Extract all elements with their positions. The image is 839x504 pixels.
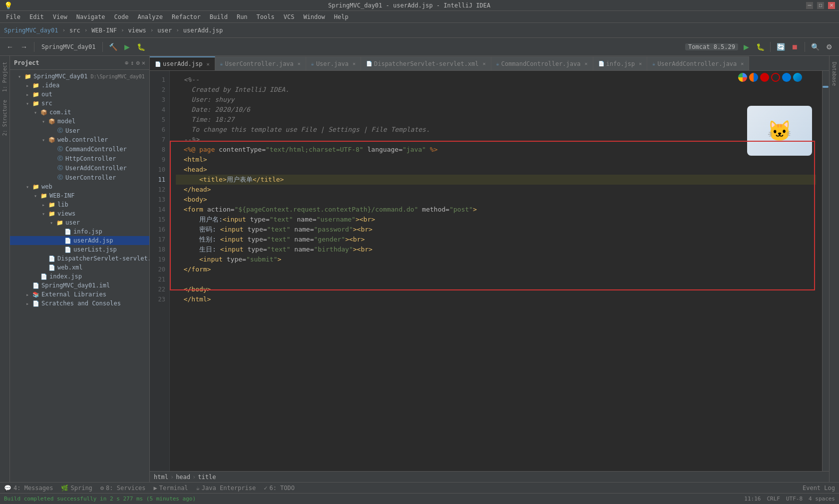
- tree-item-dispatcherxml[interactable]: 📄 DispatcherServlet-servlet.xml: [10, 254, 149, 263]
- tomcat-selector[interactable]: Tomcat 8.5.29: [685, 43, 738, 50]
- tab-useraddjsp[interactable]: 📄 userAdd.jsp ✕: [150, 56, 215, 70]
- menu-vcs[interactable]: VCS: [280, 12, 299, 21]
- project-settings-icon[interactable]: ⚙: [136, 59, 140, 66]
- maximize-button[interactable]: □: [817, 2, 824, 9]
- tab-close-commandcontroller[interactable]: ✕: [584, 61, 587, 66]
- indent[interactable]: 4 spaces: [809, 496, 835, 502]
- log-tab-todo[interactable]: ✓ 6: TODO: [264, 485, 295, 492]
- nav-project[interactable]: SpringMVC_day01: [4, 27, 58, 34]
- toolbar-debug-config-button[interactable]: 🐛: [754, 41, 766, 53]
- close-button[interactable]: ✕: [828, 2, 835, 9]
- nav-file[interactable]: userAdd.jsp: [183, 27, 223, 34]
- breadcrumb-head[interactable]: head: [176, 474, 190, 481]
- tab-close-user[interactable]: ✕: [353, 61, 356, 66]
- tree-item-lib[interactable]: ▸ 📁 lib: [10, 200, 149, 209]
- nav-web[interactable]: WEB-INF: [91, 27, 117, 34]
- nav-user[interactable]: user: [157, 27, 172, 34]
- menu-code[interactable]: Code: [110, 12, 133, 21]
- project-close-icon[interactable]: ✕: [142, 59, 145, 66]
- project-sort-icon[interactable]: ↕: [130, 59, 134, 66]
- toolbar-build-button[interactable]: 🔨: [107, 41, 119, 53]
- tab-user[interactable]: ☕ User.java ✕: [306, 56, 361, 70]
- menu-tools[interactable]: Tools: [253, 12, 279, 21]
- toolbar-stop-button[interactable]: ⏹: [789, 41, 801, 53]
- sidebar-tab-structure[interactable]: 2: Structure: [1, 98, 8, 138]
- toolbar-update-button[interactable]: 🔄: [775, 41, 787, 53]
- menu-analyze[interactable]: Analyze: [133, 12, 167, 21]
- menu-file[interactable]: File: [2, 12, 24, 21]
- log-tab-services[interactable]: ⚙ 8: Services: [100, 485, 146, 492]
- tab-close-usercontroller[interactable]: ✕: [298, 61, 301, 66]
- tree-item-useraddcontroller[interactable]: ⓒ UserAddController: [10, 163, 149, 173]
- toolbar-debug-button[interactable]: 🐛: [135, 41, 147, 53]
- toolbar-settings-button[interactable]: ⚙: [823, 41, 835, 53]
- tree-item-userlistjsp[interactable]: 📄 userList.jsp: [10, 245, 149, 254]
- tab-infojsp[interactable]: 📄 info.jsp ✕: [593, 56, 648, 70]
- tab-useraddcontroller[interactable]: ☕ UserAddController.java ✕: [647, 56, 749, 70]
- tree-item-httpcontroller[interactable]: ⓒ HttpController: [10, 154, 149, 163]
- line-ending[interactable]: CRLF: [767, 496, 780, 502]
- menu-refactor[interactable]: Refactor: [168, 12, 205, 21]
- tree-item-views[interactable]: ▾ 📁 views: [10, 209, 149, 218]
- menu-navigate[interactable]: Navigate: [72, 12, 109, 21]
- scroll-gutter[interactable]: [822, 71, 829, 471]
- project-add-icon[interactable]: ⊕: [125, 59, 128, 66]
- toolbar-run-button[interactable]: ▶: [121, 41, 133, 53]
- log-tab-messages[interactable]: 💬 4: Messages: [4, 485, 53, 492]
- tab-close-infojsp[interactable]: ✕: [639, 61, 642, 66]
- tree-item-web[interactable]: ▾ 📁 web: [10, 182, 149, 191]
- minimize-button[interactable]: ─: [806, 2, 813, 9]
- tree-item-extlibs[interactable]: ▸ 📚 External Libraries: [10, 290, 149, 299]
- toolbar-back-button[interactable]: ←: [4, 41, 16, 53]
- tab-close-useraddjsp[interactable]: ✕: [206, 61, 209, 67]
- tab-commandcontroller[interactable]: ☕ CommandController.java ✕: [491, 56, 593, 70]
- toolbar-forward-button[interactable]: →: [18, 41, 30, 53]
- toolbar-search-button[interactable]: 🔍: [809, 41, 821, 53]
- menu-help[interactable]: Help: [330, 12, 353, 21]
- tab-usercontroller[interactable]: ☕ UserController.java ✕: [215, 56, 306, 70]
- toolbar-run-config-button[interactable]: ▶: [740, 41, 752, 53]
- nav-views[interactable]: views: [128, 27, 146, 34]
- event-log-button[interactable]: Event Log: [803, 485, 835, 492]
- tab-close-dispatcherxml[interactable]: ✕: [482, 61, 485, 66]
- tree-item-root[interactable]: ▾ 📁 SpringMVC_day01 D:\SpringMVC_day01: [10, 72, 149, 81]
- log-tab-javaenterprise[interactable]: ☕ Java Enterprise: [196, 485, 256, 492]
- tree-item-usercontroller[interactable]: ⓒ UserController: [10, 173, 149, 182]
- breadcrumb-html[interactable]: html: [154, 474, 168, 481]
- menu-build[interactable]: Build: [206, 12, 232, 21]
- tree-item-webinf[interactable]: ▾ 📁 WEB-INF: [10, 191, 149, 200]
- tree-item-out[interactable]: ▸ 📁 out: [10, 90, 149, 99]
- tree-item-indexjsp[interactable]: 📄 index.jsp: [10, 272, 149, 281]
- tab-dispatcherxml[interactable]: 📄 DispatcherServlet-servlet.xml ✕: [361, 56, 491, 70]
- code-area[interactable]: 🐱 <%-- Created by IntelliJ IDEA. User: s…: [170, 71, 822, 471]
- log-tab-terminal[interactable]: ▶ Terminal: [154, 485, 188, 492]
- line-num-20: 20: [150, 264, 169, 274]
- tree-item-webxml[interactable]: 📄 web.xml: [10, 263, 149, 272]
- sidebar-right-database[interactable]: Database: [831, 60, 838, 88]
- tree-label-httpcontroller: HttpController: [65, 155, 116, 162]
- tree-item-comit[interactable]: ▾ 📦 com.it: [10, 108, 149, 117]
- tree-item-idea[interactable]: ▸ 📁 .idea: [10, 81, 149, 90]
- tree-item-user-class[interactable]: ⓒ User: [10, 126, 149, 135]
- tree-item-model[interactable]: ▾ 📦 model: [10, 117, 149, 126]
- tree-item-webcontroller[interactable]: ▾ 📦 web.controller: [10, 135, 149, 144]
- cursor-position[interactable]: 11:16: [744, 496, 761, 502]
- tab-close-useraddcontroller[interactable]: ✕: [741, 61, 744, 66]
- menu-run[interactable]: Run: [233, 12, 252, 21]
- tree-item-infojsp[interactable]: 📄 info.jsp: [10, 227, 149, 236]
- editor-content[interactable]: 1 2 3 4 5 6 7 8 9 10 11 12 13 14 15 16 1…: [150, 71, 829, 471]
- log-tab-spring[interactable]: 🌿 Spring: [61, 485, 92, 492]
- tree-item-scratches[interactable]: ▸ 📄 Scratches and Consoles: [10, 299, 149, 308]
- nav-src[interactable]: src: [69, 27, 80, 34]
- tree-item-src[interactable]: ▾ 📁 src: [10, 99, 149, 108]
- menu-view[interactable]: View: [49, 12, 71, 21]
- tree-item-useraddjsp[interactable]: 📄 userAdd.jsp: [10, 236, 149, 245]
- menu-window[interactable]: Window: [299, 12, 329, 21]
- sidebar-tab-project[interactable]: 1: Project: [1, 60, 8, 94]
- tree-item-commandcontroller[interactable]: ⓒ CommandController: [10, 144, 149, 154]
- menu-edit[interactable]: Edit: [25, 12, 48, 21]
- tree-item-iml[interactable]: 📄 SpringMVC_day01.iml: [10, 281, 149, 290]
- encoding[interactable]: UTF-8: [786, 496, 803, 502]
- tree-item-user-folder[interactable]: ▾ 📁 user: [10, 218, 149, 227]
- breadcrumb-title[interactable]: title: [198, 474, 216, 481]
